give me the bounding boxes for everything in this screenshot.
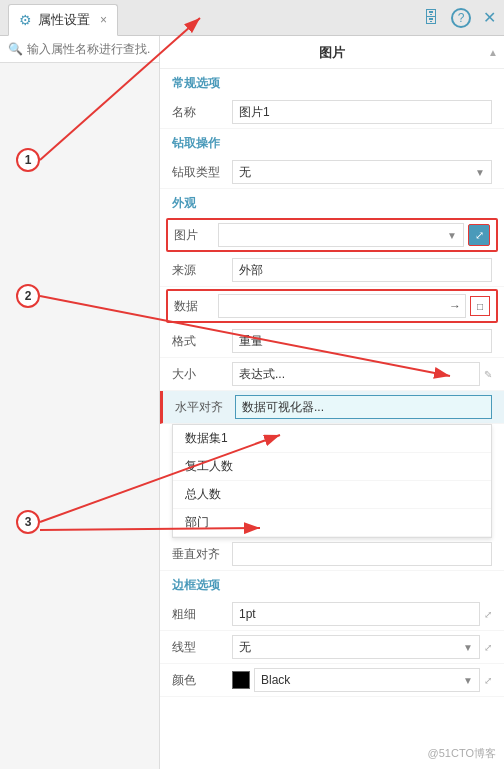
input-source[interactable]: [232, 258, 492, 282]
main-layout: 🔍 图片 ▲ 常规选项 名称 钻取操作 钻取类型: [0, 36, 504, 769]
tab-right-icons: 🗄 ? ✕: [423, 8, 496, 28]
chevron-down-icon: ▼: [475, 167, 485, 178]
input-format[interactable]: [232, 329, 492, 353]
section-general-title: 常规选项: [160, 69, 504, 96]
data-input-field[interactable]: →: [218, 294, 466, 318]
dropdown-item-3[interactable]: 部门: [173, 509, 491, 537]
label-source: 来源: [172, 262, 232, 279]
prop-row-data: 数据 → □: [166, 289, 498, 323]
value-thickness: ⤢: [232, 602, 492, 626]
prop-row-format: 格式: [160, 325, 504, 358]
label-image: 图片: [174, 227, 214, 244]
value-color: Black ▼ ⤢: [232, 668, 492, 692]
prop-row-image: 图片 ▼ ⤢: [166, 218, 498, 252]
select-linetype[interactable]: 无 ▼: [232, 635, 480, 659]
square-icon: □: [477, 301, 483, 312]
arrow-icon: →: [449, 299, 461, 313]
expand-icon: ⤢: [475, 229, 484, 242]
dropdown-open-field[interactable]: 数据可视化器...: [235, 395, 492, 419]
input-size[interactable]: [232, 362, 480, 386]
prop-row-valign: 垂直对齐: [160, 538, 504, 571]
label-size: 大小: [172, 366, 232, 383]
right-panel: 图片 ▲ 常规选项 名称 钻取操作 钻取类型 无 ▼: [160, 36, 504, 769]
color-expand-icon[interactable]: ⤢: [484, 675, 492, 686]
linetype-chevron-icon: ▼: [463, 642, 473, 653]
scroll-up-icon: ▲: [488, 47, 498, 58]
tab-properties[interactable]: ⚙ 属性设置 ×: [8, 4, 118, 36]
dropdown-item-0[interactable]: 数据集1: [173, 425, 491, 453]
value-name: [232, 100, 492, 124]
label-halign: 水平对齐: [175, 399, 235, 416]
value-size: ✎: [232, 362, 492, 386]
select-drill-type[interactable]: 无 ▼: [232, 160, 492, 184]
input-name[interactable]: [232, 100, 492, 124]
prop-row-drill-type: 钻取类型 无 ▼: [160, 156, 504, 189]
panel-title: 图片: [319, 45, 345, 60]
search-input[interactable]: [27, 42, 151, 56]
label-color: 颜色: [172, 672, 232, 689]
label-valign: 垂直对齐: [172, 546, 232, 563]
prop-row-linetype: 线型 无 ▼ ⤢: [160, 631, 504, 664]
label-drill-type: 钻取类型: [172, 164, 232, 181]
image-chevron-icon: ▼: [447, 230, 457, 241]
image-expand-button[interactable]: ⤢: [468, 224, 490, 246]
watermark: @51CTO博客: [428, 746, 496, 761]
help-icon[interactable]: ?: [451, 8, 471, 28]
input-valign[interactable]: [232, 542, 492, 566]
prop-row-thickness: 粗细 ⤢: [160, 598, 504, 631]
label-format: 格式: [172, 333, 232, 350]
value-linetype[interactable]: 无 ▼ ⤢: [232, 635, 492, 659]
label-thickness: 粗细: [172, 606, 232, 623]
prop-row-size: 大小 ✎: [160, 358, 504, 391]
close-icon[interactable]: ✕: [483, 8, 496, 27]
linetype-expand-icon[interactable]: ⤢: [484, 642, 492, 653]
section-border-title: 边框选项: [160, 571, 504, 598]
label-linetype: 线型: [172, 639, 232, 656]
panel-header: 图片 ▲: [160, 36, 504, 69]
left-sidebar: 🔍: [0, 36, 160, 769]
value-halign: 数据可视化器...: [235, 395, 492, 419]
prop-row-name: 名称: [160, 96, 504, 129]
color-chevron-icon: ▼: [463, 675, 473, 686]
input-thickness[interactable]: [232, 602, 480, 626]
annotation-3: 3: [16, 510, 40, 534]
annotation-2: 2: [16, 284, 40, 308]
tab-bar: ⚙ 属性设置 × 🗄 ? ✕: [0, 0, 504, 36]
tab-label: 属性设置: [38, 11, 90, 29]
data-small-button[interactable]: □: [470, 296, 490, 316]
dropdown-menu: 数据集1 复工人数 总人数 部门: [172, 424, 492, 538]
value-drill-type[interactable]: 无 ▼: [232, 160, 492, 184]
label-name: 名称: [172, 104, 232, 121]
prop-row-halign: 水平对齐 数据可视化器... 数据集1 复工人数 总人数 部门: [160, 391, 504, 538]
dropdown-item-1[interactable]: 复工人数: [173, 453, 491, 481]
dropdown-item-2[interactable]: 总人数: [173, 481, 491, 509]
section-drill-title: 钻取操作: [160, 129, 504, 156]
label-data: 数据: [174, 298, 214, 315]
value-valign: [232, 542, 492, 566]
annotation-1: 1: [16, 148, 40, 172]
value-source: [232, 258, 492, 282]
prop-row-source: 来源: [160, 254, 504, 287]
tab-close-button[interactable]: ×: [100, 13, 107, 27]
select-color[interactable]: Black ▼: [254, 668, 480, 692]
search-box: 🔍: [0, 36, 159, 63]
gear-icon: ⚙: [19, 12, 32, 28]
search-icon: 🔍: [8, 42, 23, 56]
color-swatch[interactable]: [232, 671, 250, 689]
thickness-expand-icon[interactable]: ⤢: [484, 609, 492, 620]
image-select-field[interactable]: ▼: [218, 223, 464, 247]
database-icon[interactable]: 🗄: [423, 9, 439, 27]
prop-row-color: 颜色 Black ▼ ⤢: [160, 664, 504, 697]
section-appearance-title: 外观: [160, 189, 504, 216]
value-format: [232, 329, 492, 353]
